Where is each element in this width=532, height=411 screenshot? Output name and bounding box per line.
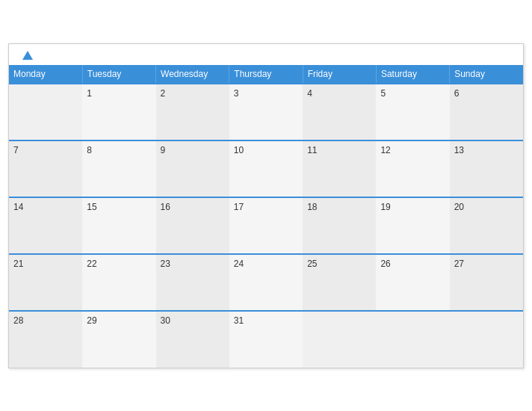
- day-number: 6: [454, 88, 460, 99]
- weekday-tuesday: Tuesday: [82, 65, 155, 84]
- calendar-cell: 25: [303, 254, 376, 311]
- day-number: 8: [87, 145, 92, 155]
- day-number: 31: [234, 315, 244, 326]
- calendar-cell: 29: [82, 311, 155, 368]
- weekday-sunday: Sunday: [450, 65, 523, 84]
- day-number: 14: [13, 202, 23, 212]
- week-row-3: 21222324252627: [9, 254, 523, 311]
- calendar-cell: 5: [376, 84, 449, 140]
- calendar-cell: 3: [229, 84, 303, 140]
- calendar-cell: 1: [82, 84, 155, 140]
- day-number: 7: [13, 145, 19, 155]
- day-number: 13: [454, 145, 464, 155]
- day-number: 15: [87, 202, 96, 212]
- calendar-cell: 16: [156, 197, 229, 254]
- logo: [21, 52, 33, 61]
- day-number: 22: [87, 259, 96, 269]
- calendar-cell: 22: [82, 254, 155, 311]
- calendar-cell: 27: [450, 254, 523, 311]
- calendar-cell: 12: [376, 140, 449, 197]
- calendar-cell: 15: [82, 197, 155, 254]
- day-number: 24: [234, 259, 244, 269]
- day-number: 26: [380, 259, 390, 269]
- calendar-cell: 18: [303, 197, 376, 254]
- calendar-cell: 13: [450, 140, 523, 197]
- calendar-cell: 21: [9, 254, 82, 311]
- calendar-cell: 31: [229, 311, 303, 368]
- calendar-cell: 17: [229, 197, 303, 254]
- week-row-2: 14151617181920: [9, 197, 523, 254]
- calendar-cell: 6: [450, 84, 523, 140]
- calendar-cell: [376, 311, 449, 368]
- calendar-cell: 9: [156, 140, 229, 197]
- day-number: 19: [380, 202, 390, 212]
- weekday-saturday: Saturday: [376, 65, 449, 84]
- calendar-cell: 14: [9, 197, 82, 254]
- weekday-friday: Friday: [303, 65, 376, 84]
- day-number: 17: [234, 202, 244, 212]
- calendar-grid: MondayTuesdayWednesdayThursdayFridaySatu…: [9, 65, 523, 368]
- weekday-thursday: Thursday: [229, 65, 303, 84]
- calendar-cell: 11: [303, 140, 376, 197]
- day-number: 3: [234, 88, 239, 99]
- day-number: 28: [13, 315, 23, 326]
- week-row-1: 78910111213: [9, 140, 523, 197]
- day-number: 27: [454, 259, 464, 269]
- day-number: 1: [87, 88, 92, 99]
- day-number: 29: [87, 315, 96, 326]
- day-number: 9: [161, 145, 166, 155]
- calendar-cell: 8: [82, 140, 155, 197]
- weekday-monday: Monday: [9, 65, 82, 84]
- day-number: 5: [380, 88, 386, 99]
- calendar-cell: 20: [450, 197, 523, 254]
- calendar-cell: [303, 311, 376, 368]
- day-number: 25: [307, 259, 317, 269]
- calendar-cell: [450, 311, 523, 368]
- day-number: 2: [161, 88, 166, 99]
- day-number: 23: [161, 259, 170, 269]
- week-row-0: 123456: [9, 84, 523, 140]
- calendar-cell: 7: [9, 140, 82, 197]
- calendar-cell: 4: [303, 84, 376, 140]
- day-number: 10: [234, 145, 244, 155]
- calendar-cell: 2: [156, 84, 229, 140]
- calendar-cell: 28: [9, 311, 82, 368]
- calendar-cell: 10: [229, 140, 303, 197]
- calendar-cell: 26: [376, 254, 449, 311]
- calendar-cell: 30: [156, 311, 229, 368]
- week-row-4: 28293031: [9, 311, 523, 368]
- weekday-wednesday: Wednesday: [156, 65, 229, 84]
- day-number: 30: [161, 315, 170, 326]
- day-number: 18: [307, 202, 317, 212]
- day-number: 12: [380, 145, 390, 155]
- day-number: 11: [307, 145, 317, 155]
- day-number: 4: [307, 88, 312, 99]
- day-number: 21: [13, 259, 23, 269]
- calendar-header: [9, 44, 523, 65]
- day-number: 20: [454, 202, 464, 212]
- calendar-cell: 23: [156, 254, 229, 311]
- calendar-cell: [9, 84, 82, 140]
- calendar-cell: 19: [376, 197, 449, 254]
- logo-triangle-icon: [22, 51, 33, 60]
- calendar-cell: 24: [229, 254, 303, 311]
- day-number: 16: [161, 202, 170, 212]
- weekday-header-row: MondayTuesdayWednesdayThursdayFridaySatu…: [9, 65, 523, 84]
- calendar: MondayTuesdayWednesdayThursdayFridaySatu…: [8, 43, 524, 368]
